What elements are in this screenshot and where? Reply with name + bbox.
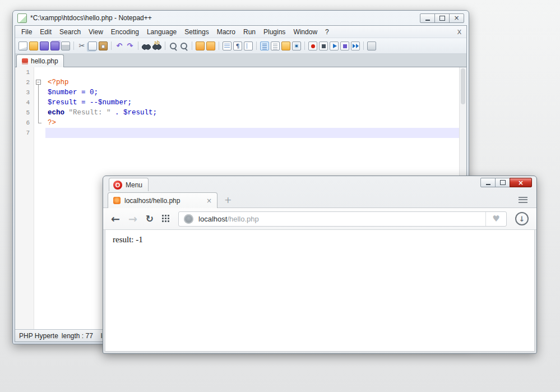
save-macro-icon[interactable] (340, 41, 349, 50)
fold-margin (34, 87, 45, 98)
toolbar-separator (256, 41, 257, 50)
opera-menu-button[interactable]: O Menu (109, 178, 149, 191)
save-icon[interactable] (40, 41, 49, 50)
menu-edit[interactable]: Edit (36, 27, 55, 37)
code-token: $result = --$number; (48, 99, 132, 107)
code-line: 1 (15, 67, 466, 77)
undo-icon[interactable] (115, 41, 124, 50)
new-tab-button[interactable]: + (224, 196, 232, 205)
maximize-button[interactable] (495, 178, 510, 187)
play-macro-icon[interactable] (330, 41, 339, 50)
menu-search[interactable]: Search (55, 27, 85, 37)
status-length: length : 77 (62, 332, 93, 340)
run-multiple-icon[interactable] (351, 41, 360, 50)
document-map-icon[interactable] (260, 41, 269, 50)
menu-language[interactable]: Language (143, 27, 181, 37)
line-number: 3 (15, 87, 34, 98)
zoom-in-icon[interactable] (169, 41, 178, 50)
back-button[interactable]: ← (111, 214, 120, 224)
function-list-icon[interactable] (271, 41, 280, 50)
menu-encoding[interactable]: Encoding (107, 27, 143, 37)
heart-icon: ♥ (492, 214, 499, 224)
save-all-icon[interactable] (50, 41, 59, 50)
fold-margin (34, 67, 45, 77)
tab-hello-php[interactable]: hello.php (16, 54, 64, 67)
fold-collapse-marker[interactable] (34, 77, 45, 87)
code-line: 7 (15, 128, 466, 138)
stop-macro-icon[interactable] (319, 41, 328, 50)
minimize-button[interactable] (480, 178, 496, 187)
toolbar-separator (165, 41, 165, 50)
menu-file[interactable]: File (17, 27, 36, 37)
code-token: <?php (48, 79, 69, 86)
menu-run[interactable]: Run (239, 27, 260, 37)
bookmark-button[interactable]: ♥ (485, 212, 506, 226)
close-icon: × (518, 179, 524, 186)
menu-settings[interactable]: Settings (181, 27, 212, 37)
close-button[interactable]: × (449, 13, 464, 23)
record-macro-icon[interactable] (308, 41, 317, 50)
menu-window[interactable]: Window (289, 27, 321, 37)
maximize-icon (500, 180, 506, 185)
favicon-icon (113, 197, 121, 204)
toolbar-separator (219, 41, 219, 50)
fold-margin (34, 118, 45, 128)
opera-titlebar[interactable]: O Menu × (103, 176, 536, 191)
indent-guide-icon[interactable] (244, 41, 253, 50)
code-text: echo "Result: " . $result; (45, 108, 466, 118)
edit-toolbar-icon[interactable] (367, 41, 376, 50)
find-icon[interactable] (142, 41, 151, 50)
menu-view[interactable]: View (85, 27, 107, 37)
zoom-out-icon[interactable] (179, 41, 188, 50)
fold-margin (34, 138, 45, 329)
tab-localhost-hello-php[interactable]: localhost/hello.php × (108, 192, 217, 208)
site-badge-icon[interactable] (184, 214, 193, 224)
toolbar-separator (138, 41, 138, 50)
tab-label: hello.php (31, 57, 58, 65)
paste-icon[interactable] (99, 41, 108, 50)
redo-icon[interactable] (126, 41, 135, 50)
sync-scroll-vertical-icon[interactable] (196, 41, 205, 50)
code-line: 4 $result = --$number; (15, 98, 466, 108)
notepad-titlebar[interactable]: *C:\xampp\htdocs\hello.php - Notepad++ × (13, 11, 469, 25)
menu-help[interactable]: ? (321, 27, 333, 37)
forward-button[interactable]: → (128, 214, 137, 224)
download-button[interactable]: ↓ (515, 212, 529, 225)
code-token: $result; (123, 109, 157, 117)
code-text (45, 67, 466, 77)
speed-dial-icon[interactable] (162, 215, 170, 223)
new-file-icon[interactable] (18, 41, 27, 50)
opera-window: O Menu × localhost/hello.php × + ← → ↻ l… (103, 176, 537, 354)
menu-macro[interactable]: Macro (213, 27, 239, 37)
folder-workspace-icon[interactable] (281, 41, 290, 50)
minimize-icon (425, 20, 430, 21)
monitoring-icon[interactable] (292, 41, 301, 50)
notepad-window-title: *C:\xampp\htdocs\hello.php - Notepad++ (30, 14, 152, 22)
word-wrap-icon[interactable] (223, 41, 232, 50)
code-token: "Result: " (69, 109, 111, 117)
maximize-button[interactable] (434, 13, 450, 23)
address-host: localhost (198, 215, 227, 223)
show-all-characters-icon[interactable] (233, 41, 242, 50)
cut-icon[interactable] (77, 41, 86, 50)
open-icon[interactable] (29, 41, 38, 50)
tab-close-button[interactable]: × (206, 197, 212, 205)
line-number: 7 (15, 128, 34, 138)
close-button[interactable]: × (510, 178, 532, 187)
minimize-button[interactable] (420, 13, 435, 23)
menu-plugins[interactable]: Plugins (260, 27, 289, 37)
tab-menu-icon[interactable] (519, 197, 527, 203)
line-number: 5 (15, 108, 34, 118)
toolbar-separator (73, 41, 74, 50)
notepad-app-icon (17, 13, 27, 23)
notepad-window-controls: × (420, 13, 464, 23)
toolbar-separator (363, 41, 364, 50)
sync-scroll-horizontal-icon[interactable] (206, 41, 215, 50)
replace-icon[interactable] (152, 41, 161, 50)
status-doc-type: PHP Hyperte (19, 332, 58, 340)
reload-button[interactable]: ↻ (146, 214, 154, 224)
print-icon[interactable] (61, 41, 70, 50)
copy-icon[interactable] (88, 41, 97, 50)
address-bar[interactable]: localhost /hello.php ♥ (178, 211, 507, 227)
menu-close-button[interactable]: X (457, 29, 461, 35)
